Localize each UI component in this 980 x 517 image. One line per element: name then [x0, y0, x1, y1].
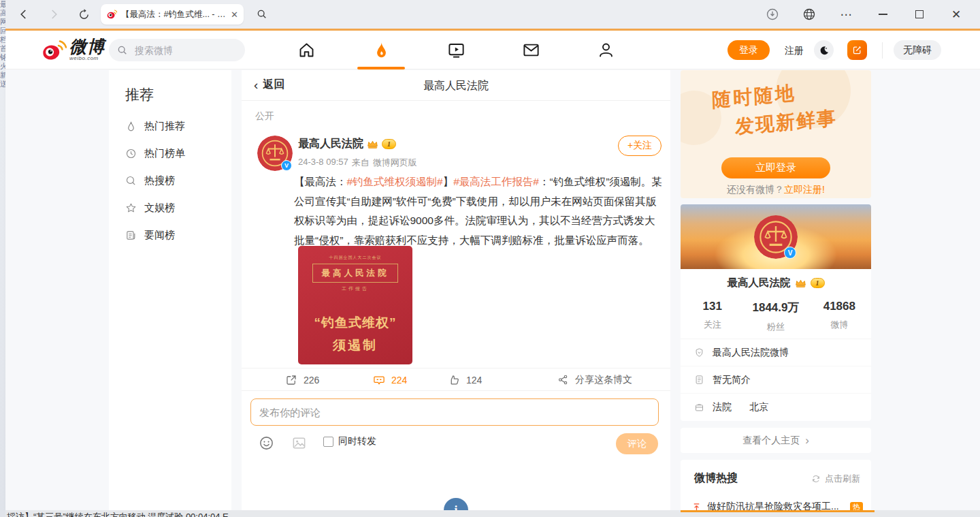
stat-value: 1844.9万: [744, 300, 807, 315]
post-source-prefix: 来自: [352, 157, 370, 169]
sidebar-item-hot-recommend[interactable]: 热门推荐: [109, 112, 231, 140]
post-image-title: 最高人民法院: [312, 264, 398, 283]
post-image-subtitle: 工作报告: [298, 285, 412, 292]
crown-badge-icon: [367, 140, 378, 149]
post-text-part: 【最高法：: [294, 176, 347, 187]
comment-button[interactable]: 224: [373, 369, 407, 391]
nav-home[interactable]: [293, 40, 320, 61]
refresh-icon: [811, 474, 821, 484]
browser-tab[interactable]: 【最高法：#钓鱼式维... - @最 ✕: [101, 4, 244, 25]
repost-checkbox[interactable]: [323, 437, 333, 447]
profile-info-bio: 暂无简介: [681, 366, 871, 394]
browser-window-controls: ⋯ ✕: [765, 7, 970, 22]
menu-button[interactable]: ⋯: [838, 7, 853, 22]
search-input[interactable]: [133, 44, 235, 57]
repost-button[interactable]: 226: [285, 369, 319, 391]
stat-label: 关注: [681, 319, 744, 331]
visibility-label: 公开: [255, 110, 274, 123]
weibo-logo[interactable]: 微博 weibo.com: [41, 38, 105, 61]
sidebar-item-news[interactable]: 要闻榜: [109, 221, 231, 249]
news-icon: [125, 230, 137, 241]
ellipsis-icon: ⋯: [840, 9, 852, 20]
profile-info-verified: 最高人民法院微博: [681, 339, 871, 366]
view-profile-label: 查看个人主页: [742, 435, 800, 447]
nav-hot[interactable]: [368, 40, 395, 61]
hashtag-link[interactable]: #钓鱼式维权须遏制#: [347, 176, 443, 187]
refresh-button[interactable]: [76, 7, 91, 22]
minimize-icon: [879, 14, 887, 15]
close-window-button[interactable]: ✕: [949, 7, 964, 22]
image-upload-button[interactable]: [291, 435, 307, 451]
back-button[interactable]: [16, 7, 31, 22]
hashtag-link[interactable]: #最高法工作报告#: [453, 176, 539, 187]
downloads-button[interactable]: [765, 7, 780, 22]
sidebar-item-entertainment[interactable]: 文娱榜: [109, 194, 231, 221]
follow-button[interactable]: +关注: [618, 136, 662, 156]
like-button[interactable]: 124: [448, 369, 482, 391]
nav-messages[interactable]: [517, 40, 544, 61]
hot-search-item[interactable]: 做好防汛抗旱抢险救灾各项工... 热: [681, 501, 871, 510]
stat-value: 41868: [808, 300, 871, 313]
sidebar-item-hot-search[interactable]: 热搜榜: [109, 167, 231, 194]
nav-profile[interactable]: [592, 40, 619, 61]
register-link[interactable]: 注册: [785, 45, 804, 57]
maximize-button[interactable]: [912, 7, 927, 22]
share-button[interactable]: 分享这条博文: [557, 369, 632, 391]
post-time[interactable]: 24-3-8 09:57: [298, 157, 348, 169]
stat-label: 微博: [808, 319, 871, 331]
toolbar-search-button[interactable]: [255, 7, 270, 22]
profile-name[interactable]: 最高人民法院: [728, 276, 791, 290]
minimize-button[interactable]: [875, 7, 890, 22]
view-profile-link[interactable]: 查看个人主页 ›: [681, 428, 871, 453]
flame-icon: [372, 41, 391, 59]
repost-icon: [285, 374, 297, 386]
header-search-box[interactable]: [109, 39, 245, 61]
search-icon: [117, 45, 128, 56]
verified-badge: V: [784, 247, 796, 259]
post-image[interactable]: 十四届全国人大二次会议 最高人民法院 工作报告 “钓鱼式维权” 须遏制: [298, 246, 412, 364]
stat-followers[interactable]: 1844.9万 粉丝: [744, 300, 807, 333]
comment-count: 224: [391, 375, 407, 386]
active-nav-underline: [357, 67, 405, 69]
dark-mode-button[interactable]: [814, 40, 834, 60]
promo-slogan-line2: 发现新鲜事: [735, 105, 838, 140]
background-accent-line: [681, 510, 875, 512]
profile-info-list: 最高人民法院微博 暂无简介 法院 北京: [681, 339, 871, 421]
register-now-link[interactable]: 立即注册!: [784, 184, 825, 195]
chevron-left-icon: [18, 8, 30, 20]
comment-input[interactable]: [250, 398, 659, 426]
refresh-hot-search-button[interactable]: 点击刷新: [811, 473, 860, 485]
profile-info-text: 最高人民法院微博: [713, 347, 789, 359]
logo-sub: weibo.com: [69, 55, 105, 61]
sidebar-item-label: 热搜榜: [144, 174, 175, 187]
register-prompt: 还没有微博？: [727, 184, 784, 195]
vip-level-badge: 1: [382, 139, 396, 149]
login-button[interactable]: 登录: [728, 40, 770, 60]
tab-close-icon[interactable]: ✕: [231, 10, 238, 19]
accessibility-button[interactable]: 无障碍: [894, 40, 941, 60]
stat-posts[interactable]: 41868 微博: [808, 300, 871, 333]
chevron-right-icon: ›: [805, 435, 809, 446]
sidebar-item-label: 热门推荐: [144, 120, 185, 133]
forward-button[interactable]: [46, 7, 61, 22]
post-image-headline2: 须遏制: [298, 336, 412, 354]
post-author-name[interactable]: 最高人民法院: [298, 137, 363, 151]
company-icon: [694, 403, 704, 413]
weibo-eye-icon: [41, 38, 67, 61]
verified-shield-icon: [694, 347, 704, 358]
stat-following[interactable]: 131 关注: [681, 300, 744, 333]
post-action-bar: 226 224 124 分享这条博文: [242, 368, 670, 391]
sidebar-item-hot-ranking[interactable]: 热门榜单: [109, 140, 231, 167]
comment-icon: [373, 374, 385, 386]
post-text: 【最高法：#钓鱼式维权须遏制#】#最高法工作报告#：“钓鱼式维权”须遏制。某公司…: [294, 172, 663, 250]
crown-badge-icon: [795, 279, 806, 288]
post-source[interactable]: 微博网页版: [373, 157, 417, 169]
home-icon: [297, 41, 316, 59]
language-button[interactable]: [802, 7, 817, 22]
comment-submit-button[interactable]: 评论: [616, 433, 658, 454]
profile-info-category: 法院 北京: [681, 394, 871, 421]
emoji-button[interactable]: [259, 435, 274, 451]
compose-button[interactable]: [847, 40, 867, 60]
login-now-button[interactable]: 立即登录: [721, 157, 830, 178]
nav-video[interactable]: [442, 40, 470, 61]
